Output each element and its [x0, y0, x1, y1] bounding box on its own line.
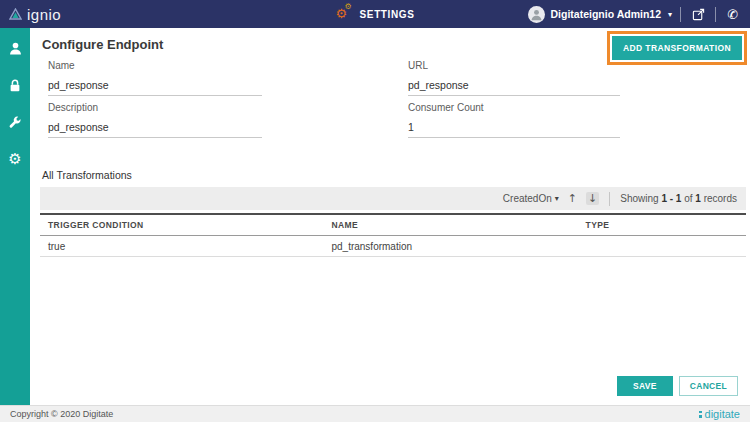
page-title: Configure Endpoint: [42, 37, 163, 52]
records-count-text: Showing 1 - 1 of 1 records: [620, 193, 737, 204]
url-label: URL: [408, 60, 620, 71]
sidebar-item-tools[interactable]: [6, 113, 24, 131]
copyright-text: Copyright © 2020 Digitate: [10, 409, 113, 419]
main-content: Configure Endpoint ADD TRANSFORMATION Na…: [30, 28, 750, 405]
name-label: Name: [48, 60, 262, 71]
all-transformations-heading: All Transformations: [42, 169, 132, 181]
left-sidebar: ⚙: [0, 28, 30, 405]
ignio-logo[interactable]: ignio: [9, 0, 61, 28]
ignio-logo-icon: [9, 8, 22, 20]
add-transformation-button[interactable]: ADD TRANSFORMATION: [612, 36, 742, 60]
cell-trigger-condition: true: [40, 241, 329, 252]
header-trigger-condition: TRIGGER CONDITION: [40, 220, 329, 230]
footer: Copyright © 2020 Digitate digitate: [0, 405, 750, 422]
settings-gears-icon: ⚙ ⚙: [336, 5, 354, 23]
launch-app-icon[interactable]: [689, 5, 707, 23]
navbar-right: Digitateignio Admin12 ▾ ✆: [528, 0, 742, 28]
digitate-colon-icon: [699, 411, 702, 418]
gear-icon: ⚙: [8, 152, 21, 167]
wrench-icon: [8, 115, 22, 129]
sort-field-dropdown[interactable]: CreatedOn ▾: [503, 193, 559, 204]
header-name: NAME: [329, 220, 583, 230]
ignio-logo-text: ignio: [27, 6, 61, 23]
consumer-count-input[interactable]: 1: [408, 121, 620, 138]
navbar-divider: [680, 7, 681, 22]
header-type: TYPE: [584, 220, 746, 230]
digitate-logo: digitate: [699, 408, 740, 420]
sort-field-label: CreatedOn: [503, 193, 552, 204]
sidebar-item-settings[interactable]: ⚙: [6, 150, 24, 168]
toolbar-divider: [609, 192, 610, 206]
sidebar-item-users[interactable]: [6, 39, 24, 57]
avatar-person-icon: [530, 8, 543, 21]
table-toolbar: CreatedOn ▾ ↑ ↓ Showing 1 - 1 of 1 recor…: [40, 187, 746, 210]
description-label: Description: [48, 102, 262, 113]
contact-support-icon[interactable]: ✆: [724, 5, 742, 23]
chevron-down-icon: ▾: [668, 10, 672, 19]
cell-name: pd_transformation: [329, 241, 583, 252]
lock-icon: [8, 78, 22, 93]
form-actions: SAVE CANCEL: [617, 376, 738, 396]
user-menu[interactable]: Digitateignio Admin12 ▾: [528, 6, 672, 23]
avatar: [528, 6, 545, 23]
sidebar-item-security[interactable]: [6, 76, 24, 94]
description-field: Description pd_response: [48, 102, 262, 138]
settings-nav-item[interactable]: ⚙ ⚙ SETTINGS: [336, 0, 415, 28]
user-name: Digitateignio Admin12: [551, 8, 661, 20]
digitate-logo-text: digitate: [705, 408, 740, 420]
top-navbar: ignio ⚙ ⚙ SETTINGS Digitateignio Admin12…: [0, 0, 750, 28]
name-field: Name pd_response: [48, 60, 262, 96]
transformations-table: TRIGGER CONDITION NAME TYPE true pd_tran…: [40, 213, 746, 257]
user-icon: [8, 41, 23, 56]
sort-descending-icon[interactable]: ↓: [586, 192, 599, 205]
navbar-divider: [715, 7, 716, 22]
url-field: URL pd_response: [408, 60, 620, 96]
table-row[interactable]: true pd_transformation: [40, 236, 746, 257]
cancel-button[interactable]: CANCEL: [679, 376, 738, 396]
save-button[interactable]: SAVE: [617, 376, 673, 396]
url-input[interactable]: pd_response: [408, 79, 620, 96]
chevron-down-icon: ▾: [555, 194, 559, 203]
consumer-count-label: Consumer Count: [408, 102, 620, 113]
name-input[interactable]: pd_response: [48, 79, 262, 96]
description-input[interactable]: pd_response: [48, 121, 262, 138]
sort-ascending-icon[interactable]: ↑: [566, 192, 579, 205]
settings-label: SETTINGS: [360, 9, 415, 20]
consumer-count-field: Consumer Count 1: [408, 102, 620, 138]
table-header-row: TRIGGER CONDITION NAME TYPE: [40, 213, 746, 236]
annotation-highlight-box: ADD TRANSFORMATION: [607, 31, 747, 65]
